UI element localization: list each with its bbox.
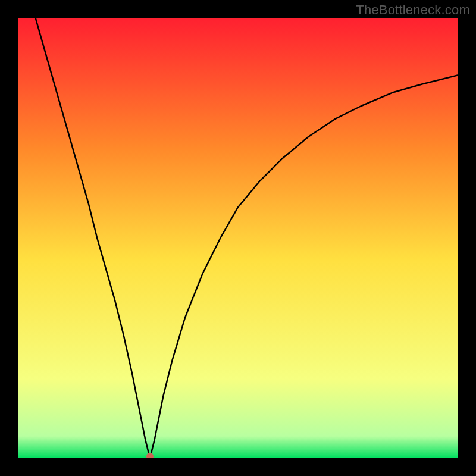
bottleneck-chart bbox=[18, 18, 458, 458]
watermark-text: TheBottleneck.com bbox=[356, 2, 470, 18]
chart-frame bbox=[18, 18, 458, 458]
gradient-background bbox=[18, 18, 458, 458]
